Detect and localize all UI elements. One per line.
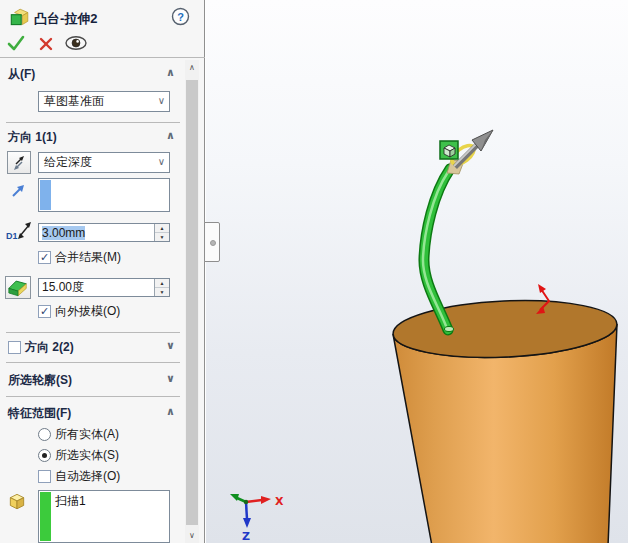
spin-down-icon: ▼ — [155, 288, 169, 296]
active-selection-bar — [40, 492, 51, 541]
checkbox-checked: ✓ — [38, 251, 51, 264]
y-axis-arrow — [230, 494, 239, 501]
svg-text:?: ? — [177, 11, 184, 23]
preview-eye-icon[interactable] — [63, 34, 89, 52]
cancel-button[interactable] — [38, 36, 54, 52]
chevron-down-icon[interactable]: ∨ — [166, 339, 175, 352]
property-manager-panel: 凸台-拉伸2 ? 从(F) ∧ 草图基准面 ∨ — [0, 0, 205, 543]
list-item[interactable]: 扫描1 — [55, 493, 86, 510]
checkbox-checked: ✓ — [38, 305, 51, 318]
z-axis-label: Z — [242, 530, 250, 543]
end-condition-dropdown[interactable]: 给定深度 ∨ — [38, 152, 170, 173]
svg-text:D1: D1 — [6, 231, 18, 241]
coordinate-triad: X Z — [230, 494, 284, 543]
chevron-down-icon: ∨ — [158, 95, 165, 106]
scroll-down-arrow[interactable]: ∨ — [185, 528, 199, 543]
merge-result-checkbox[interactable]: ✓ 合并结果(M) — [38, 249, 121, 266]
depth-drag-icon[interactable] — [440, 141, 458, 159]
checkbox-unchecked — [8, 341, 21, 354]
draft-outward-checkbox[interactable]: ✓ 向外拔模(O) — [38, 303, 120, 320]
chevron-up-icon[interactable]: ∧ — [166, 405, 175, 418]
section-direction1-header[interactable]: 方向 1(1) — [8, 129, 57, 146]
reverse-direction-button[interactable] — [7, 151, 31, 174]
section-from-header[interactable]: 从(F) — [8, 66, 35, 83]
chevron-down-icon: ∨ — [158, 156, 165, 167]
page-title: 凸台-拉伸2 — [34, 10, 98, 28]
section-feature-scope-header[interactable]: 特征范围(F) — [8, 405, 71, 422]
scene-svg: X Z — [206, 0, 628, 543]
scrollbar-thumb[interactable] — [186, 80, 198, 525]
spin-up-icon: ▲ — [155, 224, 169, 233]
direction-selection-box[interactable] — [38, 178, 170, 212]
start-condition-dropdown[interactable]: 草图基准面 ∨ — [38, 91, 170, 112]
solid-body-icon — [7, 492, 27, 513]
chevron-up-icon[interactable]: ∧ — [166, 66, 175, 79]
draft-button[interactable] — [5, 276, 31, 299]
panel-scrollbar[interactable]: ∧ ∨ — [185, 60, 199, 543]
auto-select-checkbox[interactable]: 自动选择(O) — [38, 468, 120, 485]
bodies-selection-list[interactable]: 扫描1 — [38, 490, 170, 543]
vase-body[interactable] — [392, 296, 618, 543]
graphics-viewport[interactable]: X Z — [206, 0, 628, 543]
x-axis-arrow — [261, 496, 271, 504]
handle-dot — [210, 240, 216, 246]
spin-down-icon: ▼ — [155, 233, 169, 241]
z-axis-arrow — [243, 518, 251, 528]
draft-spinner[interactable]: ▲ ▼ — [154, 279, 169, 296]
all-bodies-radio[interactable]: 所有实体(A) — [38, 426, 119, 443]
x-axis-label: X — [275, 495, 284, 508]
radio-selected — [38, 449, 51, 462]
draft-angle-input[interactable]: 15.00度 ▲ ▼ — [38, 278, 170, 297]
depth-input[interactable]: 3.00mm ▲ ▼ — [38, 223, 170, 242]
chevron-down-icon[interactable]: ∨ — [166, 372, 175, 385]
depth-spinner[interactable]: ▲ ▼ — [154, 224, 169, 241]
help-icon[interactable]: ? — [171, 7, 190, 26]
selected-bodies-radio[interactable]: 所选实体(S) — [38, 447, 119, 464]
solidworks-window: 凸台-拉伸2 ? 从(F) ∧ 草图基准面 ∨ — [0, 0, 628, 543]
ok-button[interactable] — [7, 34, 25, 52]
section-contours-header[interactable]: 所选轮廓(S) — [8, 372, 72, 389]
chevron-up-icon[interactable]: ∧ — [166, 129, 175, 142]
spin-up-icon: ▲ — [155, 279, 169, 288]
active-selection-bar — [40, 180, 51, 210]
panel-resize-handle[interactable] — [204, 222, 220, 262]
direction-arrow-icon — [10, 183, 26, 202]
boss-extrude-icon — [8, 7, 30, 32]
radio-unselected — [38, 428, 51, 441]
checkbox-unchecked — [38, 470, 51, 483]
direction2-checkbox[interactable]: 方向 2(2) — [8, 339, 74, 356]
depth-d1-icon: D1 — [5, 221, 33, 244]
scroll-up-arrow[interactable]: ∧ — [185, 60, 199, 75]
